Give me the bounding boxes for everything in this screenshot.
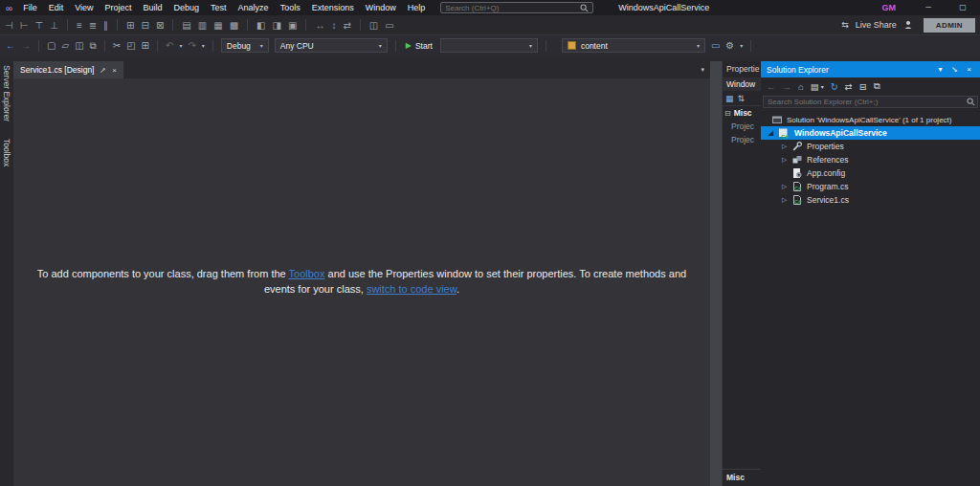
solution-platform-dropdown[interactable]: Any CPU ▾ — [275, 38, 388, 53]
tree-item-programcs[interactable]: ▷ C# Program.cs — [761, 180, 980, 193]
new-file-icon[interactable]: ▢ — [47, 40, 56, 51]
menu-tools[interactable]: Tools — [275, 0, 306, 15]
center-horizontally-icon[interactable]: ↔ — [315, 20, 324, 31]
menu-edit[interactable]: Edit — [43, 0, 70, 15]
menu-view[interactable]: View — [69, 0, 99, 15]
swap-icon[interactable]: ⇄ — [343, 20, 350, 31]
same-height-icon[interactable]: ⊟ — [142, 20, 149, 31]
quick-search-input[interactable] — [445, 4, 577, 12]
back-icon[interactable]: ← — [767, 81, 776, 92]
tab-service1-design[interactable]: Service1.cs [Design] ⊸ × — [13, 61, 123, 78]
align-middle-icon[interactable]: ≣ — [89, 20, 97, 31]
toolbox-link[interactable]: Toolbox — [289, 268, 325, 279]
admin-button[interactable]: ADMIN — [924, 18, 975, 33]
switch-to-code-view-link[interactable]: switch to code view — [367, 283, 457, 295]
pin-icon[interactable]: ⊸ — [947, 61, 963, 77]
attach-to-process-icon[interactable]: ▭ — [711, 40, 720, 51]
copy-icon[interactable]: ◰ — [126, 40, 135, 51]
vspacing-increase-icon[interactable]: ◨ — [273, 20, 281, 31]
designer-scrollbar[interactable] — [710, 61, 722, 486]
minimize-button[interactable]: ─ — [911, 0, 946, 15]
account-initials[interactable]: GM — [867, 3, 912, 12]
user-icon[interactable] — [903, 20, 913, 30]
cut-icon[interactable]: ✂ — [113, 40, 121, 51]
undo-dropdown-icon[interactable]: ▾ — [179, 42, 182, 49]
vspacing-decrease-icon[interactable]: ▣ — [288, 20, 297, 31]
center-vertically-icon[interactable]: ↕ — [331, 20, 336, 31]
menu-test[interactable]: Test — [205, 0, 233, 15]
expander-icon[interactable]: ▷ — [781, 156, 788, 164]
redo-icon[interactable]: ↷ — [188, 40, 195, 51]
quick-search[interactable] — [440, 2, 593, 13]
close-icon[interactable]: × — [112, 66, 117, 75]
server-explorer-tab[interactable]: Server Explorer — [2, 65, 11, 122]
redo-dropdown-icon[interactable]: ▾ — [202, 42, 205, 49]
debug-profile-dropdown[interactable]: ▾ — [440, 38, 538, 53]
solution-search-input[interactable] — [768, 98, 967, 106]
same-width-icon[interactable]: ⊞ — [126, 20, 134, 31]
refresh-icon[interactable]: ↻ — [831, 81, 838, 92]
tree-item-solution[interactable]: Solution 'WindowsApiCallService' (1 of 1… — [761, 113, 980, 126]
tree-item-references[interactable]: ▷ References — [761, 153, 980, 166]
solution-search-box[interactable] — [763, 96, 978, 108]
close-icon[interactable]: × — [962, 65, 976, 74]
alphabetical-icon[interactable]: ⇅ — [738, 94, 746, 103]
collapse-all-icon[interactable]: ⊟ — [859, 81, 867, 92]
menu-analyze[interactable]: Analyze — [233, 0, 275, 15]
switch-views-icon[interactable]: ▤ — [811, 81, 819, 92]
start-button[interactable]: ▶ Start — [404, 41, 434, 51]
same-size-icon[interactable]: ⊠ — [156, 20, 164, 31]
vspacing-equal-icon[interactable]: ◧ — [256, 20, 265, 31]
undo-icon[interactable]: ↶ — [166, 40, 173, 51]
property-row[interactable]: Projec — [723, 120, 761, 133]
menu-project[interactable]: Project — [100, 0, 138, 15]
expander-icon[interactable]: ▷ — [781, 196, 788, 204]
expander-icon[interactable]: ◢ — [768, 129, 774, 137]
align-right-icon[interactable]: ⊢ — [20, 20, 29, 31]
spacing-equal-icon[interactable]: ▤ — [182, 20, 190, 31]
align-left-icon[interactable]: ⊣ — [5, 20, 13, 31]
center-vertical-icon[interactable]: ∥ — [103, 20, 108, 31]
home-icon[interactable]: ⌂ — [798, 81, 804, 92]
menu-extensions[interactable]: Extensions — [306, 0, 360, 15]
toolbox-tab[interactable]: Toolbox — [2, 139, 11, 166]
open-file-icon[interactable]: ▱ — [61, 40, 69, 51]
pin-icon[interactable]: ⊸ — [98, 64, 108, 75]
content-dropdown[interactable]: content ▾ — [562, 38, 705, 53]
save-icon[interactable]: ◫ — [75, 40, 83, 51]
spacing-increase-icon[interactable]: ▥ — [198, 20, 207, 31]
sync-with-active-document-icon[interactable]: ⇄ — [845, 81, 853, 92]
spacing-remove-icon[interactable]: ▩ — [230, 20, 238, 31]
show-all-files-icon[interactable]: ⧉ — [874, 80, 880, 92]
paste-icon[interactable]: ⊞ — [142, 40, 149, 51]
menu-window[interactable]: Window — [360, 0, 402, 15]
properties-object-dropdown[interactable]: Window — [723, 77, 761, 91]
maximize-button[interactable]: ▢ — [946, 0, 980, 15]
navigate-back-icon[interactable]: ← — [6, 40, 15, 51]
tree-item-service1cs[interactable]: ▷ C# Service1.cs — [761, 193, 980, 207]
menu-help[interactable]: Help — [402, 0, 432, 15]
align-top-icon[interactable]: ⊤ — [34, 20, 43, 31]
property-row[interactable]: Projec — [723, 133, 761, 146]
expander-icon[interactable]: ▷ — [781, 183, 788, 190]
solution-explorer-header[interactable]: Solution Explorer ▾ ⊸ × — [761, 61, 980, 77]
send-to-back-icon[interactable]: ▭ — [385, 20, 393, 31]
properties-category-misc[interactable]: ⊟ Misc — [723, 106, 761, 120]
settings-gear-icon[interactable]: ⚙ — [725, 40, 734, 51]
align-center-icon[interactable]: ≡ — [77, 20, 82, 31]
align-bottom-icon[interactable]: ⊥ — [50, 20, 58, 31]
chevron-down-icon[interactable]: ▾ — [933, 65, 947, 74]
live-share-button[interactable]: Live Share — [856, 20, 897, 30]
collapse-icon[interactable]: ⊟ — [724, 109, 731, 118]
expander-icon[interactable]: ▷ — [781, 143, 788, 150]
chevron-down-icon[interactable]: ▾ — [821, 83, 824, 90]
bring-to-front-icon[interactable]: ◫ — [369, 20, 378, 31]
save-all-icon[interactable]: ⧉ — [90, 40, 97, 52]
navigate-forward-icon[interactable]: → — [21, 40, 31, 51]
properties-panel-title[interactable]: Propertie — [723, 61, 761, 77]
tab-list-dropdown-icon[interactable]: ▾ — [701, 66, 710, 74]
categorized-icon[interactable]: ▦ — [725, 94, 734, 103]
tree-item-properties[interactable]: ▷ Properties — [761, 140, 980, 153]
forward-icon[interactable]: → — [783, 81, 792, 92]
spacing-decrease-icon[interactable]: ▦ — [213, 20, 222, 31]
